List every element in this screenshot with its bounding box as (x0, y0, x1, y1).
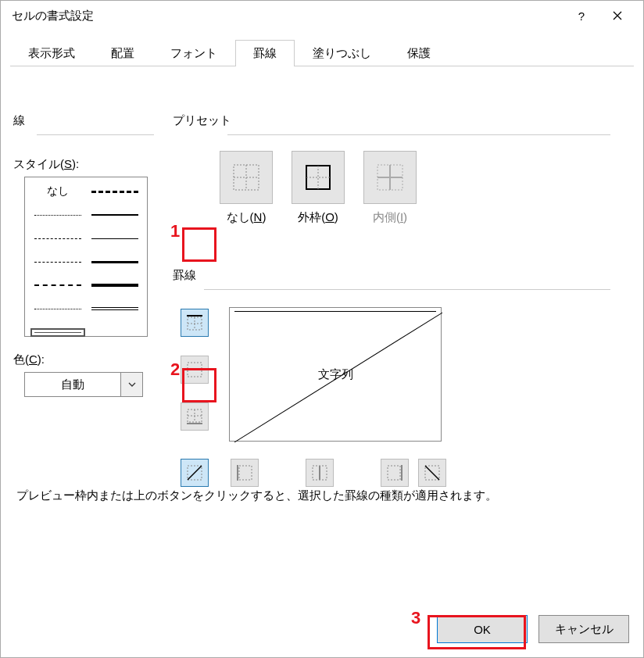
border-diag-up-button[interactable] (181, 459, 209, 487)
preset-group-label: プリセット (173, 113, 231, 127)
line-style-option[interactable] (90, 209, 139, 221)
border-middle-v-button[interactable] (306, 459, 334, 487)
preset-outline-label: 外枠(O) (298, 210, 338, 225)
close-icon (613, 11, 622, 20)
divider (37, 134, 154, 135)
ok-button[interactable]: OK (437, 615, 528, 643)
tab-alignment[interactable]: 配置 (93, 40, 152, 66)
hint-text: プレビュー枠内または上のボタンをクリックすると、選択した罫線の種類が適用されます… (16, 488, 497, 503)
format-cells-dialog: セルの書式設定 ? 表示形式 配置 フォント 罫線 塗りつぶし 保護 線 スタイ… (0, 0, 644, 658)
border-left-button[interactable] (231, 459, 259, 487)
border-middle-h-icon (185, 360, 204, 379)
tab-number[interactable]: 表示形式 (10, 40, 93, 66)
preset-none-icon (231, 162, 262, 193)
preset-inside-label: 内側(I) (373, 210, 407, 225)
line-style-option[interactable] (33, 209, 82, 221)
preset-outline-icon (302, 162, 334, 193)
svg-line-23 (188, 466, 202, 480)
preset-inside-button[interactable] (363, 151, 417, 204)
tab-border[interactable]: 罫線 (235, 40, 295, 66)
chevron-down-icon (120, 373, 142, 396)
preview-text: 文字列 (318, 367, 353, 382)
line-group-label: 線 (13, 113, 25, 127)
border-group-label: 罫線 (173, 268, 196, 281)
svg-rect-25 (239, 466, 252, 480)
style-label: スタイル(S): (13, 157, 162, 172)
preset-group: プリセット なし(N) 外枠(O) (173, 113, 610, 225)
preset-none-label: なし(N) (227, 210, 267, 225)
color-label: 色(C): (13, 352, 162, 367)
tab-fill[interactable]: 塗りつぶし (295, 40, 389, 66)
preset-none-button[interactable] (220, 151, 273, 204)
border-right-icon (385, 463, 404, 482)
line-style-option[interactable] (33, 256, 82, 268)
color-value: 自動 (25, 373, 120, 396)
svg-line-31 (425, 466, 439, 480)
close-button[interactable] (599, 4, 635, 27)
help-button[interactable]: ? (564, 4, 599, 27)
border-top-icon (185, 313, 204, 332)
border-diag-down-icon (423, 463, 442, 482)
svg-rect-28 (388, 466, 400, 480)
tab-font[interactable]: フォント (152, 40, 235, 66)
line-style-option[interactable] (33, 232, 82, 245)
border-middle-h-button[interactable] (181, 356, 209, 384)
divider (227, 134, 610, 135)
border-diag-down-button[interactable] (418, 459, 446, 487)
annotation-3: 3 (411, 608, 420, 628)
line-style-option[interactable] (90, 185, 139, 198)
dialog-title: セルの書式設定 (12, 9, 564, 23)
border-diag-up-icon (185, 463, 204, 482)
border-middle-v-icon (310, 463, 329, 482)
color-dropdown[interactable]: 自動 (24, 372, 143, 397)
border-bottom-button[interactable] (181, 402, 209, 431)
border-preview[interactable]: 文字列 (229, 307, 442, 442)
annotation-2: 2 (170, 359, 180, 380)
preset-outline-button[interactable] (292, 151, 345, 204)
titlebar: セルの書式設定 ? (1, 1, 643, 30)
line-style-option[interactable] (90, 232, 139, 245)
line-style-selected[interactable] (33, 326, 82, 338)
line-style-option[interactable] (33, 279, 82, 291)
line-style-option[interactable] (90, 279, 139, 291)
preset-inside-icon (374, 162, 406, 193)
cancel-button[interactable]: キャンセル (538, 615, 629, 643)
border-bottom-icon (185, 407, 204, 426)
line-group: 線 スタイル(S): なし 色(C): 自動 (13, 113, 162, 397)
line-style-none[interactable]: なし (33, 185, 82, 198)
line-style-option[interactable] (90, 256, 139, 268)
line-style-list[interactable]: なし (24, 177, 148, 337)
border-left-icon (235, 463, 254, 482)
dialog-body: 線 スタイル(S): なし 色(C): 自動 (1, 66, 643, 88)
divider (204, 289, 610, 290)
line-style-option[interactable] (33, 302, 82, 315)
dialog-buttons: OK キャンセル (437, 615, 629, 643)
annotation-box-1 (182, 227, 216, 262)
border-top-button[interactable] (181, 309, 209, 337)
tab-protection[interactable]: 保護 (389, 40, 449, 66)
border-group: 罫線 文字列 (173, 268, 610, 304)
tab-strip: 表示形式 配置 フォント 罫線 塗りつぶし 保護 (10, 40, 634, 66)
border-right-button[interactable] (381, 459, 409, 487)
line-style-option[interactable] (90, 302, 139, 315)
